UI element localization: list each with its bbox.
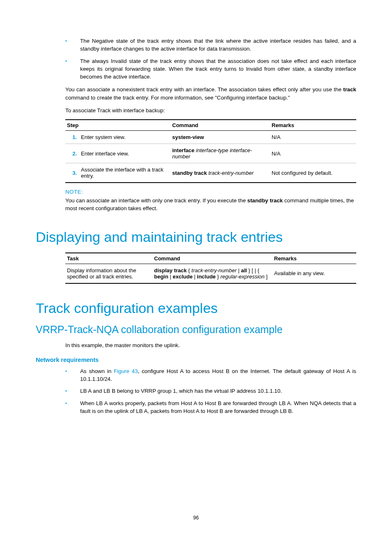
col-header-remarks: Remarks [270,120,356,131]
step-desc: Enter system view. [79,131,171,144]
txt: } [216,273,221,280]
text: You can associate a nonexistent track en… [65,86,343,93]
command-cell: interface interface-type interface-numbe… [171,144,270,163]
steps-table: Step Command Remarks 1. Enter system vie… [65,119,356,183]
table-row: Display information about the specified … [65,264,356,283]
col-header-command: Command [152,253,272,264]
display-table: Task Command Remarks Display information… [65,253,356,284]
list-item: When LB A works properly, packets from H… [65,399,356,415]
txt: ] [265,273,267,280]
cmd-bold: begin [154,273,168,280]
remark-cell: N/A [270,144,356,163]
table-row: 1. Enter system view. system-view N/A [65,131,356,144]
list-item: As shown in Figure 43, configure Host A … [65,367,356,383]
col-header-step: Step [65,120,171,131]
remark-cell: Not configured by default. [270,163,356,183]
text: You can associate an interface with only… [65,197,247,204]
cmd-bold: exclude [173,273,192,280]
text: As shown in [80,368,114,374]
table-row: 2. Enter interface view. interface inter… [65,144,356,163]
remark-cell: Available in any view. [272,264,356,283]
col-header-remarks: Remarks [272,253,356,264]
step-number: 1. [65,131,79,144]
task-cell: Display information about the specified … [65,264,152,283]
col-header-task: Task [65,253,152,264]
note-label: NOTE: [65,189,356,195]
table-row: 3. Associate the interface with a track … [65,163,356,183]
cmd-italic: track-entry-number [207,170,254,176]
txt: | [237,267,241,273]
cmd-bold: display track [154,267,187,273]
heading-network-req: Network requirements [36,357,356,363]
page-number: 96 [0,515,392,521]
heading-examples: Track configuration examples [36,300,356,316]
step-number: 2. [65,144,79,163]
list-item: The always Invalid state of the track en… [65,57,356,81]
command-cell: system-view [171,131,270,144]
top-bullet-list: The Negative state of the track entry sh… [36,37,356,81]
text-bold: standby track [247,197,283,204]
txt: } [ | { [247,267,259,273]
step-desc: Enter interface view. [79,144,171,163]
txt: | [168,273,173,280]
list-item: LB A and LB B belong to VRRP group 1, wh… [65,387,356,395]
heading-displaying: Displaying and maintaining track entries [36,229,356,245]
command-cell: standby track track-entry-number [171,163,270,183]
paragraph: In this example, the master monitors the… [65,341,356,349]
cmd-bold: standby track [172,170,207,176]
cmd-italic: regular-expression [220,273,264,280]
txt: { [187,267,192,273]
cmd-bold: all [241,267,247,273]
txt: | [193,273,197,280]
document-page: The Negative state of the track entry sh… [0,0,392,533]
paragraph: You can associate a nonexistent track en… [65,86,356,102]
figure-link[interactable]: Figure 43 [114,368,138,374]
col-header-command: Command [171,120,270,131]
list-item: The Negative state of the track entry sh… [65,37,356,53]
cmd-bold: system-view [172,134,204,140]
step-number: 3. [65,163,79,183]
cmd-italic: track-entry-number [191,267,237,273]
note-body: You can associate an interface with only… [65,197,356,213]
command-cell: display track { track-entry-number | all… [152,264,272,283]
cmd-bold: interface [172,147,194,153]
text: command to create the track entry. For m… [65,95,290,101]
heading-vrrp: VRRP-Track-NQA collaboration configurati… [36,324,356,336]
paragraph: To associate Track with interface backup… [65,107,356,114]
bottom-bullet-list: As shown in Figure 43, configure Host A … [36,367,356,415]
text-bold: track [343,86,356,93]
step-desc: Associate the interface with a track ent… [79,163,171,183]
remark-cell: N/A [270,131,356,144]
cmd-bold: include [197,273,216,280]
